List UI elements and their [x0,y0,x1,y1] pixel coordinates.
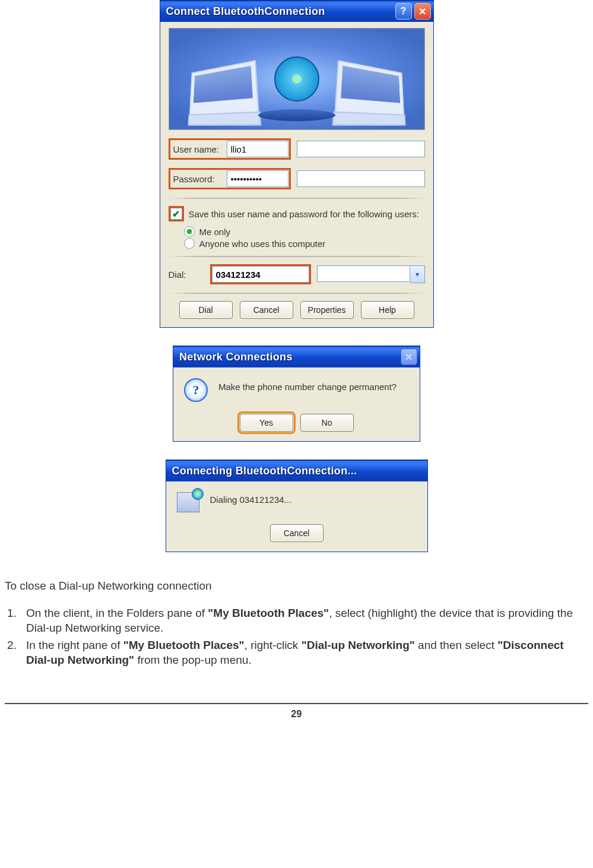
dialog-connecting: Connecting BluetoothConnection... Dialin… [166,460,428,552]
step-1: On the client, in the Folders pane of "M… [5,606,588,635]
laptop-icon [189,60,259,116]
titlebar[interactable]: Connect BluetoothConnection ? ✕ [160,1,433,22]
titlebar[interactable]: Network Connections ✕ [173,346,420,368]
message-text: Make the phone number change permanent? [218,378,409,402]
laptop-icon [334,60,404,116]
question-icon: ? [184,378,208,402]
username-label: User name: [171,142,227,157]
password-field[interactable] [227,170,288,187]
save-credentials-label: Save this user name and password for the… [189,209,420,219]
yes-button[interactable]: Yes [240,414,293,432]
dial-button[interactable]: Dial [179,301,233,319]
titlebar[interactable]: Connecting BluetoothConnection... [166,460,427,481]
dial-label: Dial: [169,270,204,280]
radio-me-only-label: Me only [199,227,231,237]
step-2: In the right pane of "My Bluetooth Place… [5,638,588,667]
dialog-title: Connecting BluetoothConnection... [172,465,425,477]
page-number: 29 [5,709,588,720]
dialog-title: Network Connections [179,351,401,363]
help-icon[interactable]: ? [395,3,412,20]
cancel-button[interactable]: Cancel [270,524,324,542]
radio-anyone[interactable] [184,238,195,249]
password-field-ext[interactable] [297,170,425,187]
connection-graphic [169,28,425,130]
dial-field-ext[interactable] [317,265,410,282]
close-icon: ✕ [401,349,417,365]
dialog-connect-bluetooth: Connect BluetoothConnection ? ✕ User nam… [160,0,434,328]
status-text: Dialing 034121234... [210,492,417,512]
section-heading: To close a Dial-up Networking connection [5,579,588,593]
page-rule [5,703,588,704]
radio-anyone-label: Anyone who uses this computer [199,239,326,249]
cancel-button[interactable]: Cancel [240,301,293,319]
properties-button[interactable]: Properties [300,301,354,319]
dial-field[interactable] [212,266,309,283]
modem-icon [177,492,199,512]
no-button[interactable]: No [300,414,354,432]
globe-icon [274,56,319,102]
chevron-down-icon[interactable]: ▾ [410,265,425,283]
username-field[interactable] [227,141,288,157]
dialog-network-connections: Network Connections ✕ ? Make the phone n… [173,346,420,442]
username-field-ext[interactable] [297,141,425,157]
close-icon[interactable]: ✕ [414,3,431,20]
dialog-title: Connect BluetoothConnection [166,5,395,18]
password-label: Password: [171,172,227,186]
radio-me-only[interactable] [184,226,195,237]
help-button[interactable]: Help [361,301,414,319]
save-credentials-checkbox[interactable]: ✔ [170,208,182,220]
